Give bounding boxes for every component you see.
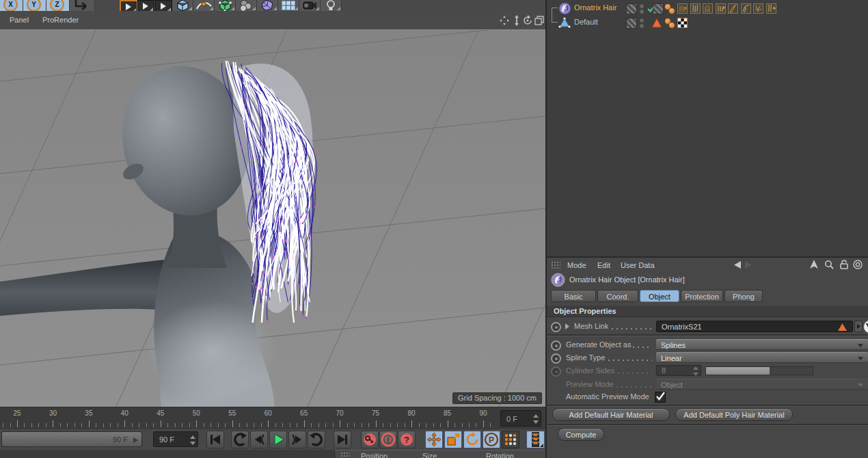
timeline-end-frame-field[interactable]: 0 F bbox=[500, 410, 541, 427]
mesh-link-input[interactable]: OrnatrixS21 bbox=[656, 321, 853, 332]
help-button[interactable]: ? bbox=[398, 431, 416, 448]
volume-button[interactable] bbox=[236, 0, 257, 11]
render-visibility-dot[interactable] bbox=[639, 9, 645, 14]
cube-primitive-button[interactable] bbox=[172, 0, 193, 11]
menu-panel[interactable]: Panel bbox=[10, 16, 29, 24]
object-row-default[interactable]: Default bbox=[547, 16, 868, 30]
layer-square-icon[interactable] bbox=[653, 3, 664, 14]
target-icon[interactable] bbox=[853, 260, 863, 269]
deformer-button[interactable] bbox=[257, 0, 278, 11]
texture-tag-icon[interactable] bbox=[677, 18, 688, 28]
z-axis-lock-button[interactable]: Z bbox=[46, 0, 70, 11]
viewport-3d-canvas[interactable]: Grid Spacing : 1000 cm bbox=[0, 30, 545, 407]
goto-end-button[interactable] bbox=[334, 431, 351, 448]
menu-prorender[interactable]: ProRender bbox=[42, 16, 79, 24]
edit-guides-icon[interactable] bbox=[690, 3, 701, 14]
zoom-icon[interactable] bbox=[511, 15, 522, 26]
preview-range-slider[interactable]: 90 F bbox=[1, 431, 142, 447]
animation-radio[interactable] bbox=[551, 366, 561, 377]
automatic-preview-mode-checkbox[interactable] bbox=[655, 392, 666, 403]
tab-basic[interactable]: Basic bbox=[551, 290, 596, 302]
hair-from-guides-icon[interactable] bbox=[716, 3, 726, 14]
add-default-poly-hair-material-button[interactable]: Add Default Poly Hair Material bbox=[675, 408, 793, 421]
tab-protection[interactable]: Protection bbox=[681, 290, 723, 302]
x-axis-lock-button[interactable]: X bbox=[0, 0, 23, 11]
object-row-ornatrix-hair[interactable]: Ornatrix Hair bbox=[547, 1, 868, 16]
preview-mode-dropdown[interactable]: Object bbox=[656, 379, 868, 390]
arrow-up-icon[interactable] bbox=[809, 260, 819, 269]
menu-edit[interactable]: Edit bbox=[597, 261, 610, 269]
cylinder-sides-slider[interactable] bbox=[705, 366, 813, 375]
key-scale-toggle[interactable] bbox=[444, 431, 462, 448]
cylinder-sides-field[interactable]: 8 bbox=[656, 365, 701, 376]
stepper-arrows-icon[interactable] bbox=[532, 414, 539, 425]
render-picture-viewer-button[interactable] bbox=[137, 0, 154, 11]
expand-arrow-icon[interactable] bbox=[565, 323, 570, 329]
play-button[interactable] bbox=[269, 431, 287, 448]
spline-type-dropdown[interactable]: Linear bbox=[656, 352, 868, 363]
animation-radio[interactable] bbox=[551, 353, 561, 364]
goto-start-button[interactable] bbox=[206, 431, 224, 448]
current-frame-field[interactable]: 90 F bbox=[153, 431, 198, 447]
layer-square-icon[interactable] bbox=[626, 18, 637, 29]
history-forward-icon[interactable] bbox=[744, 260, 753, 269]
change-width-icon[interactable] bbox=[728, 3, 738, 14]
render-view-button[interactable] bbox=[120, 0, 138, 11]
display-tag-icon[interactable] bbox=[668, 22, 675, 29]
animation-radio[interactable] bbox=[551, 322, 561, 332]
camera-button[interactable] bbox=[299, 0, 321, 11]
key-rotation-toggle[interactable] bbox=[463, 431, 481, 448]
stepper-arrows-icon[interactable] bbox=[692, 366, 699, 377]
render-settings-button[interactable] bbox=[155, 0, 172, 11]
compute-button[interactable]: Compute bbox=[558, 428, 604, 441]
menu-user-data[interactable]: User Data bbox=[621, 261, 655, 269]
search-icon[interactable] bbox=[824, 260, 834, 269]
lock-icon[interactable] bbox=[839, 260, 849, 269]
node-port-icon[interactable] bbox=[863, 320, 868, 334]
previous-frame-button[interactable] bbox=[250, 431, 268, 448]
panel-grip-icon[interactable] bbox=[340, 452, 350, 458]
key-parameter-toggle[interactable]: P bbox=[483, 431, 500, 448]
add-default-hair-material-button[interactable]: Add Default Hair Material bbox=[552, 408, 670, 421]
editor-visibility-dot[interactable] bbox=[639, 3, 645, 9]
play-forward-loop-button[interactable] bbox=[308, 431, 325, 448]
render-settings-operator-icon[interactable] bbox=[766, 3, 776, 14]
panel-grip-icon[interactable] bbox=[551, 261, 560, 269]
tab-coord[interactable]: Coord. bbox=[597, 290, 638, 302]
y-axis-lock-button[interactable]: Y bbox=[23, 0, 46, 11]
record-keyframe-button[interactable] bbox=[361, 431, 379, 448]
play-backwards-button[interactable] bbox=[231, 431, 249, 448]
display-tag-icon[interactable] bbox=[668, 8, 675, 14]
tab-phong[interactable]: Phong bbox=[724, 290, 763, 302]
autokey-button[interactable] bbox=[379, 431, 397, 448]
guides-from-mesh-icon[interactable] bbox=[677, 3, 688, 14]
history-back-icon[interactable] bbox=[733, 260, 742, 269]
coordinate-system-button[interactable] bbox=[70, 0, 95, 11]
layer-square-icon[interactable] bbox=[626, 3, 637, 14]
object-properties-header[interactable]: Object Properties bbox=[547, 306, 868, 317]
surface-comb-icon[interactable] bbox=[703, 3, 713, 14]
tab-object[interactable]: Object bbox=[640, 290, 679, 302]
stepper-arrows-icon[interactable] bbox=[189, 435, 195, 446]
menu-mode[interactable]: Mode bbox=[567, 261, 586, 269]
phong-tag-icon[interactable] bbox=[651, 18, 662, 28]
rotate-icon[interactable] bbox=[522, 15, 533, 26]
light-button[interactable] bbox=[321, 0, 342, 11]
spline-pen-button[interactable] bbox=[193, 0, 215, 11]
key-position-toggle[interactable] bbox=[425, 431, 443, 448]
editor-visibility-dot[interactable] bbox=[639, 18, 645, 23]
pan-icon[interactable] bbox=[499, 15, 510, 26]
timeline-ruler[interactable]: 2530354045505560657075808590 0 F bbox=[0, 407, 545, 430]
render-visibility-dot[interactable] bbox=[639, 23, 645, 29]
maximize-icon[interactable] bbox=[534, 15, 545, 26]
timeline-window-button[interactable] bbox=[526, 431, 545, 448]
frizz-icon[interactable] bbox=[741, 3, 751, 14]
generator-button[interactable] bbox=[215, 0, 236, 11]
strand-clustering-icon[interactable] bbox=[753, 3, 763, 14]
generate-object-as-dropdown[interactable]: Splines bbox=[656, 339, 868, 350]
animation-radio[interactable] bbox=[551, 340, 561, 351]
link-picker-button[interactable] bbox=[854, 321, 863, 332]
next-frame-button[interactable] bbox=[288, 431, 306, 448]
key-pla-toggle[interactable] bbox=[502, 431, 519, 448]
scene-grid-button[interactable] bbox=[278, 0, 299, 11]
